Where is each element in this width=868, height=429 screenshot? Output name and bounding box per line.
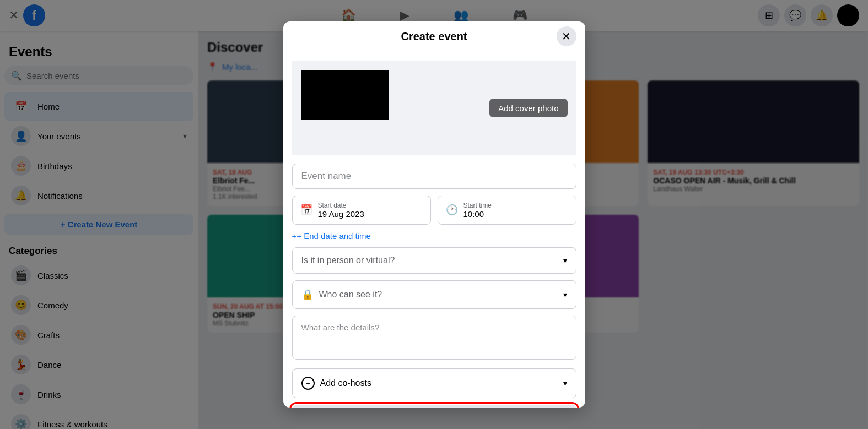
start-date-label: Start date (318, 202, 364, 209)
chevron-down-icon: ▾ (563, 256, 567, 265)
modal-overlay[interactable]: Create event ✕ Add cover photo 📅 Start d… (0, 0, 868, 429)
start-time-value: 10:00 (463, 209, 492, 219)
start-time-field[interactable]: 🕐 Start time 10:00 (438, 196, 576, 225)
create-event-modal: Create event ✕ Add cover photo 📅 Start d… (283, 21, 585, 408)
add-cohosts-field[interactable]: + Add co-hosts ▾ (292, 368, 576, 398)
start-date-value: 19 Aug 2023 (318, 209, 364, 219)
event-name-input[interactable] (292, 164, 576, 189)
cover-photo-area: Add cover photo (292, 61, 576, 155)
event-type-text: Is it in person or virtual? (301, 256, 395, 265)
modal-header: Create event ✕ (283, 21, 585, 52)
cohost-plus-icon: + (301, 377, 315, 390)
privacy-text: Who can see it? (319, 290, 382, 300)
privacy-select[interactable]: 🔒 Who can see it? ▾ (292, 280, 576, 309)
start-date-field[interactable]: 📅 Start date 19 Aug 2023 (292, 196, 431, 225)
lock-icon: 🔒 (301, 289, 314, 301)
date-time-row: 📅 Start date 19 Aug 2023 🕐 Start time 10… (292, 196, 576, 225)
modal-close-button[interactable]: ✕ (557, 26, 576, 46)
calendar-icon: 📅 (300, 204, 312, 216)
event-type-select[interactable]: Is it in person or virtual? ▾ (292, 247, 576, 274)
cover-photo-black-box (301, 70, 389, 120)
start-time-label: Start time (463, 202, 492, 209)
create-event-button[interactable]: Create event (292, 405, 576, 408)
privacy-left: 🔒 Who can see it? (301, 289, 382, 301)
cohost-label: Add co-hosts (320, 378, 371, 388)
privacy-chevron-icon: ▾ (563, 290, 567, 299)
end-date-time-link[interactable]: + + End date and time (292, 231, 576, 241)
clock-icon: 🕐 (446, 204, 458, 216)
event-details-textarea[interactable] (292, 316, 576, 360)
add-cover-photo-button[interactable]: Add cover photo (489, 99, 567, 117)
modal-title: Create event (401, 30, 467, 43)
cohost-chevron-icon: ▾ (563, 379, 567, 388)
modal-body: Add cover photo 📅 Start date 19 Aug 2023… (283, 52, 585, 408)
cohost-left: + Add co-hosts (301, 377, 371, 390)
start-time-content: Start time 10:00 (463, 202, 492, 219)
end-date-plus-icon: + (292, 231, 297, 241)
close-x-icon: ✕ (562, 30, 571, 43)
start-date-content: Start date 19 Aug 2023 (318, 202, 364, 219)
end-date-label: + End date and time (296, 231, 371, 241)
